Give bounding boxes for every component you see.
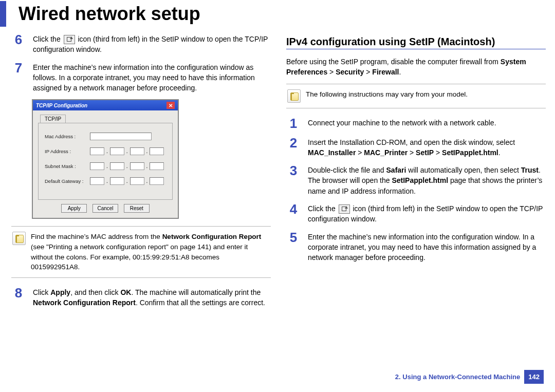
step-text: Double-click the file and — [308, 166, 386, 174]
step-text: > — [408, 148, 416, 157]
step-number: 7 — [11, 61, 26, 94]
ip-octet-field — [150, 147, 164, 155]
step-text-bold: MAC_Installer — [308, 148, 356, 157]
note-box: Find the machine’s MAC address from the … — [11, 226, 271, 277]
step-text-bold: Apply — [50, 288, 70, 296]
step-text: Insert the Installation CD-ROM, and open… — [308, 138, 515, 146]
dialog-tab: TCP/IP — [40, 115, 66, 123]
intro-bold: Security — [336, 68, 364, 76]
intro-part: . — [399, 68, 401, 76]
note-text: The following instructions may vary from… — [306, 89, 468, 103]
intro-part: Before using the SetIP program, disable … — [286, 58, 501, 66]
step-text-bold: Trust — [521, 166, 539, 174]
step-6: 6 Click the icon (third from left) in th… — [11, 33, 271, 55]
page-title: Wired network setup — [0, 1, 555, 27]
note-text: Find the machine’s MAC address from the — [31, 233, 162, 240]
step-number: 2 — [286, 136, 301, 158]
dialog-title-bar: TCP/IP Configuration ✕ — [33, 100, 178, 110]
step-text: . — [498, 148, 501, 157]
step-number: 6 — [11, 33, 26, 55]
note-box: The following instructions may vary from… — [286, 84, 546, 108]
gateway-octet-field — [110, 177, 124, 185]
note-text: (see "Printing a network configuration r… — [31, 243, 248, 271]
step-text-bold: SetIP — [416, 148, 434, 157]
gateway-octet-field — [150, 177, 164, 185]
step-text: . The machine will automatically print t… — [131, 288, 261, 296]
step-text-bold: SetIPapplet.html — [442, 148, 498, 157]
subnet-octet-field — [110, 162, 124, 170]
step-text: Click the — [308, 204, 336, 213]
step-text: Enter the machine’s new information into… — [308, 231, 546, 263]
subnet-octet-field — [150, 162, 164, 170]
step-text-bold: OK — [120, 288, 131, 296]
subnet-octet-field — [130, 162, 144, 170]
intro-text: Before using the SetIP program, disable … — [286, 57, 546, 78]
note-icon — [12, 232, 26, 245]
ip-address-label: IP Address : — [45, 148, 86, 154]
subnet-octet-field — [90, 162, 104, 170]
left-column: 6 Click the icon (third from left) in th… — [11, 33, 271, 314]
intro-bold: Firewall — [372, 68, 399, 76]
dialog-title: TCP/IP Configuration — [36, 103, 87, 108]
step-7: 7 Enter the machine’s new information in… — [11, 61, 271, 94]
step-number: 5 — [286, 231, 301, 263]
apply-button: Apply — [61, 204, 87, 213]
note-icon — [287, 89, 301, 103]
chapter-label: 2. Using a Network-Connected Machine — [395, 373, 520, 381]
step-text: > — [356, 148, 364, 157]
step-number: 1 — [286, 117, 301, 130]
gateway-octet-field — [130, 177, 144, 185]
step-text: , and then click — [70, 288, 120, 296]
step-text-bold: Safari — [386, 166, 406, 174]
step-text: Click the — [33, 35, 61, 43]
step-number: 3 — [286, 164, 301, 196]
step-text-bold: Network Configuration Report — [33, 298, 136, 307]
gateway-octet-field — [90, 177, 104, 185]
cancel-button: Cancel — [92, 204, 118, 213]
intro-part: > — [327, 68, 336, 76]
mac-address-field — [90, 133, 152, 140]
note-text-bold: Network Configuration Report — [162, 233, 262, 240]
right-column: IPv4 configuration using SetIP (Macintos… — [286, 33, 546, 314]
reset-button: Reset — [124, 204, 150, 213]
step-4: 4 Click the icon (third from left) in th… — [286, 202, 546, 225]
step-8: 8 Click Apply, and then click OK. The ma… — [11, 286, 271, 308]
step-text: will automatically open, then select — [406, 166, 521, 174]
step-5: 5 Enter the machine’s new information in… — [286, 231, 546, 263]
section-heading: IPv4 configuration using SetIP (Macintos… — [286, 36, 546, 49]
setip-config-icon — [64, 35, 75, 44]
gateway-label: Default Gateway : — [45, 178, 86, 184]
page-footer: 2. Using a Network-Connected Machine 142 — [395, 370, 544, 384]
page-number: 142 — [524, 370, 544, 384]
mac-address-label: Mac Address : — [45, 134, 86, 139]
step-3: 3 Double-click the file and Safari will … — [286, 164, 546, 196]
ip-octet-field — [130, 147, 144, 155]
step-text-bold: MAC_Printer — [364, 148, 408, 157]
step-1: 1 Connect your machine to the network wi… — [286, 117, 546, 130]
step-text: Click — [33, 288, 50, 296]
subnet-mask-label: Subnet Mask : — [45, 163, 86, 169]
step-2: 2 Insert the Installation CD-ROM, and op… — [286, 136, 546, 158]
step-number: 4 — [286, 202, 301, 225]
ip-octet-field — [110, 147, 124, 155]
setip-config-icon — [339, 204, 350, 214]
step-text: Connect your machine to the network with… — [308, 117, 496, 130]
intro-part: > — [364, 68, 372, 76]
step-text: Enter the machine’s new information into… — [33, 61, 271, 94]
step-text: . Confirm that all the settings are corr… — [136, 298, 265, 307]
step-number: 8 — [11, 286, 26, 308]
step-text: > — [434, 148, 442, 157]
close-icon: ✕ — [166, 102, 175, 109]
step-text-bold: SetIPapplet.html — [392, 176, 448, 184]
ip-octet-field — [90, 147, 104, 155]
tcpip-dialog-screenshot: TCP/IP Configuration ✕ TCP/IP Mac Addres… — [32, 99, 271, 219]
